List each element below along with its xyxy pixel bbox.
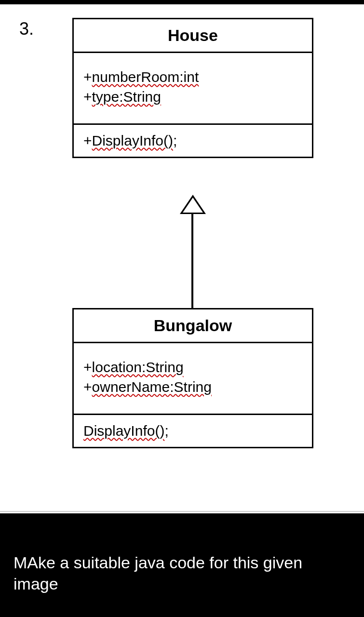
bungalow-attributes: +location:String +ownerName:String: [74, 343, 312, 415]
house-attributes: +numberRoom:int +type:String: [74, 53, 312, 125]
house-attr-2: +type:String: [83, 87, 302, 107]
question-number: 3.: [19, 19, 34, 39]
bungalow-attr-1-text: location:String: [92, 359, 184, 375]
house-attr-1: +numberRoom:int: [83, 67, 302, 87]
bungalow-methods: DisplayInfo();: [74, 415, 312, 447]
bungalow-attr-1: +location:String: [83, 358, 302, 377]
house-method-1: +DisplayInfo();: [83, 133, 302, 149]
connector-line: [191, 213, 193, 308]
bungalow-title: Bungalow: [74, 309, 312, 343]
inheritance-arrow: [190, 195, 195, 308]
bungalow-method-1-text: DisplayInfo(): [83, 423, 164, 439]
footer-instruction: MAke a suitable java code for this given…: [13, 552, 346, 594]
divider-line: [0, 511, 364, 512]
diagram-area: 3. House +numberRoom:int +type:String +D…: [0, 4, 364, 513]
plus-sign: +: [83, 379, 92, 395]
semicolon: ;: [173, 133, 177, 148]
triangle-inner-icon: [183, 198, 203, 213]
house-methods: +DisplayInfo();: [74, 125, 312, 157]
plus-sign: +: [83, 69, 92, 85]
semicolon: ;: [164, 423, 168, 439]
plus-sign: +: [83, 89, 92, 105]
house-title: House: [74, 19, 312, 53]
plus-sign: +: [83, 359, 92, 375]
uml-class-bungalow: Bungalow +location:String +ownerName:Str…: [72, 308, 313, 448]
house-attr-1-text: numberRoom:int: [92, 69, 199, 85]
house-attr-2-text: type:String: [92, 89, 161, 105]
bungalow-attr-2: +ownerName:String: [83, 377, 302, 397]
plus-sign: +: [83, 133, 92, 148]
house-method-1-text: DisplayInfo(): [92, 133, 173, 148]
uml-class-house: House +numberRoom:int +type:String +Disp…: [72, 18, 313, 158]
bungalow-method-1: DisplayInfo();: [83, 423, 302, 439]
bungalow-attr-2-text: ownerName:String: [92, 379, 212, 395]
